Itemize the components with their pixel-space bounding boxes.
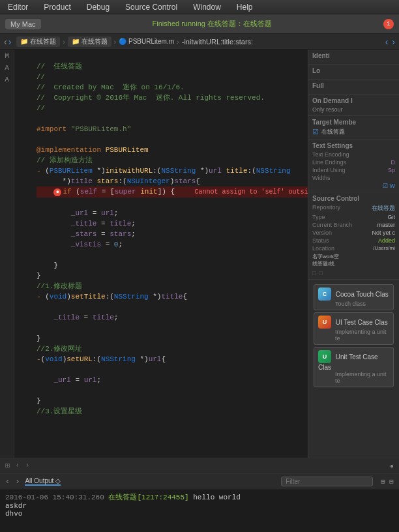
version-value: Not yet c	[372, 229, 395, 236]
code-editor[interactable]: // 任线答题 // // Created by Mac 迷你 on 16/1/…	[14, 50, 308, 458]
console-right-arrow[interactable]: ›	[15, 477, 20, 486]
repo-value: 在线答题	[372, 204, 395, 213]
identity-title: Identi	[312, 52, 395, 59]
menu-debug[interactable]: Debug	[84, 1, 112, 13]
source-control-title: Source Control	[312, 195, 395, 202]
console-content: 2016-01-06 15:40:31.260 在线答题[1217:24455]…	[0, 490, 399, 532]
status-value: Added	[378, 237, 395, 244]
breadcrumb: ‹ › 📁 在线答题 › 📁 在线答题 › 🔵 PSBURLitem.m › -…	[0, 34, 399, 50]
console-channel: 在线答题[1217:24455]	[108, 494, 188, 501]
path1: 名字work空	[312, 253, 395, 260]
console-line-2: askdr	[5, 502, 394, 510]
indent-label: Indent Using	[312, 167, 346, 173]
ui-test-sub: Implementing a unit te	[335, 329, 389, 342]
text-settings-title: Text Settings	[312, 142, 395, 149]
nav-icon-right[interactable]: ›	[25, 461, 29, 471]
path2: 线答题/线	[312, 260, 395, 267]
type-label: Type	[312, 214, 325, 220]
timestamp: 2016-01-06 15:40:31.260	[5, 494, 104, 501]
nav-icon-grid[interactable]: ⊞	[5, 461, 10, 471]
target-title: Target Membe	[312, 119, 395, 126]
code-content[interactable]: // 任线答题 // // Created by Mac 迷你 on 16/1/…	[34, 50, 308, 458]
main-content: M A A // 任线答题 // // Created by Mac 迷你 on…	[0, 50, 399, 458]
menu-help[interactable]: Help	[234, 1, 256, 13]
unit-test-sub: Implementing a unit te	[335, 371, 389, 384]
cocoa-title: Cocoa Touch Clas	[336, 291, 389, 298]
device-selector[interactable]: My Mac	[5, 19, 41, 29]
localization-section: Lo	[308, 65, 399, 80]
nav-right-icon[interactable]: ›	[392, 37, 395, 47]
target-membership-section: Target Membe ☑ 在线答题	[308, 116, 399, 140]
menu-source-control[interactable]: Source Control	[123, 1, 180, 13]
source-control-section: Source Control Repository 在线答题 Type Git …	[308, 192, 399, 280]
nav-left-icon[interactable]: ‹	[385, 37, 389, 47]
cocoa-sub: Touch class	[335, 301, 389, 307]
line-endings-label: Line Endings	[312, 159, 346, 166]
breadcrumb-folder2[interactable]: 📁 在线答题	[68, 37, 111, 47]
line-endings-value: D	[391, 159, 396, 166]
right-sidebar: Identi Lo Full On Demand I Only resour T…	[308, 50, 399, 458]
branch-label: Current Branch	[312, 222, 352, 228]
menu-window[interactable]: Window	[190, 1, 224, 13]
console-icons: ⊞ ⊟	[381, 477, 394, 486]
encoding-label: Text Encoding	[312, 151, 349, 158]
identity-section: Identi	[308, 50, 399, 65]
wrap-checkbox[interactable]: ☑ W	[383, 183, 395, 189]
status-label: Status	[312, 237, 329, 244]
type-value: Git	[387, 214, 395, 220]
ui-test-icon: U	[318, 316, 331, 329]
console-panel: ‹ › All Output ◇ ⊞ ⊟ 2016-01-06 15:40:31…	[0, 473, 399, 532]
cocoa-panel-1: C Cocoa Touch Clas Touch class U UI Test…	[308, 280, 399, 392]
cocoa-icon: C	[318, 288, 331, 301]
console-line2: askdr	[5, 502, 27, 510]
gutter-icon-a2: A	[5, 76, 9, 83]
forward-arrow[interactable]: ›	[8, 37, 12, 47]
text-settings-section: Text Settings Text Encoding Line Endings…	[308, 140, 399, 192]
editor-bottom-bar: ⊞ ‹ › ●	[0, 458, 399, 473]
on-demand-section: On Demand I Only resour	[308, 95, 399, 116]
console-line-1: 2016-01-06 15:40:31.260 在线答题[1217:24455]…	[5, 492, 394, 502]
target-checkbox[interactable]: ☑	[312, 128, 319, 136]
gutter-icon-m: M	[5, 52, 9, 60]
unit-test-icon: U	[318, 350, 331, 363]
bottom-dot: ●	[390, 462, 394, 469]
repo-label: Repository	[312, 204, 340, 213]
gutter-icon-a: A	[5, 64, 9, 72]
full-screen-section: Full	[308, 80, 399, 95]
sc-icon1[interactable]: □	[312, 269, 316, 276]
ui-test-title: UI Test Case Clas	[336, 319, 388, 326]
location-value: /Users/mi	[373, 245, 395, 252]
console-header: ‹ › All Output ◇ ⊞ ⊟	[0, 474, 399, 490]
console-tab-all[interactable]: All Output ◇	[25, 477, 61, 486]
back-arrow[interactable]: ‹	[4, 37, 7, 47]
indent-value: Sp	[388, 167, 395, 173]
breadcrumb-folder1[interactable]: 📁 在线答题	[16, 37, 60, 47]
nav-icon-left[interactable]: ‹	[15, 461, 20, 471]
menu-product[interactable]: Product	[41, 1, 73, 13]
build-status: Finished running 在线答题：在线答题	[45, 19, 380, 29]
branch-value: master	[377, 222, 395, 228]
on-demand-title: On Demand I	[312, 97, 395, 104]
version-label: Version	[312, 229, 332, 236]
console-line3: dhvo	[5, 510, 22, 518]
left-gutter: M A A	[0, 50, 14, 458]
full-screen-title: Full	[312, 82, 395, 89]
console-message: hello world	[193, 494, 241, 501]
breadcrumb-method[interactable]: -initwithURL:title:stars:	[182, 38, 253, 46]
console-line-3: dhvo	[5, 510, 394, 518]
warning-badge: 1	[383, 19, 394, 29]
sc-icon2[interactable]: □	[319, 269, 323, 276]
localization-title: Lo	[312, 67, 395, 74]
menubar: Editor Product Debug Source Control Wind…	[0, 0, 399, 14]
line-numbers	[14, 50, 34, 458]
target-item: 在线答题	[321, 128, 345, 136]
on-demand-subtitle: Only resour	[312, 106, 395, 113]
location-label: Location	[312, 245, 334, 252]
width-label: Widths	[312, 175, 331, 181]
menu-editor[interactable]: Editor	[5, 1, 31, 13]
console-left-arrow[interactable]: ‹	[5, 477, 10, 486]
breadcrumb-file[interactable]: 🔵 PSBURLitem.m	[119, 38, 174, 45]
toolbar: My Mac Finished running 在线答题：在线答题 1	[0, 14, 399, 34]
console-filter-input[interactable]	[281, 477, 373, 486]
